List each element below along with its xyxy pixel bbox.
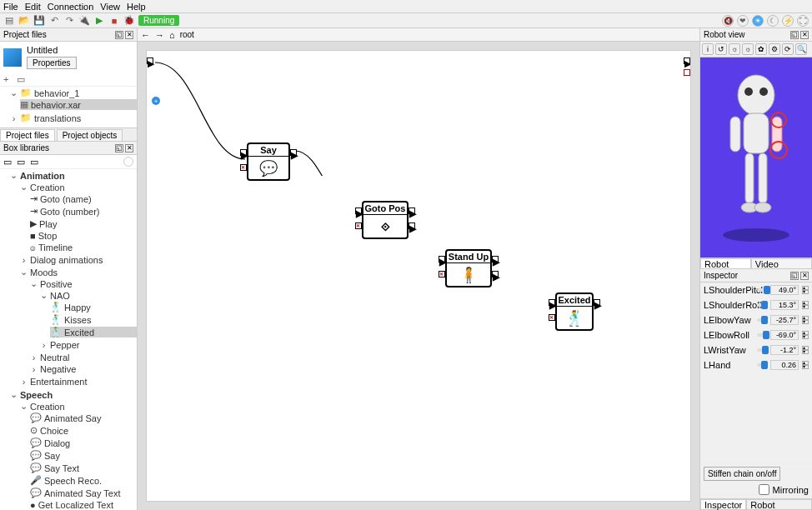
project-objects-tab[interactable]: Project objects [57, 129, 123, 141]
start-port[interactable]: ▶ [147, 58, 153, 64]
redo-icon[interactable]: ↷ [63, 15, 75, 27]
node-cancel-port[interactable] [549, 314, 555, 321]
properties-button[interactable]: Properties [27, 57, 77, 69]
panel-close-icon[interactable]: ✕ [125, 144, 133, 152]
robot-applications-tab[interactable]: Robot applications [746, 499, 812, 510]
node-stand-up[interactable]: Stand Up 🧍 ▶ ▶ ▶ [445, 249, 492, 288]
panel-pop-icon[interactable]: ◱ [115, 144, 123, 152]
menu-edit[interactable]: Edit [25, 2, 41, 12]
node-input-port[interactable]: ▶ [355, 208, 362, 214]
spin-down-icon[interactable]: ▾ [802, 335, 809, 339]
wake-icon[interactable]: ☀ [752, 15, 764, 27]
mirroring-checkbox[interactable] [759, 484, 769, 495]
stop-icon[interactable]: ■ [108, 15, 120, 27]
battery-icon[interactable]: ⚡ [782, 15, 794, 27]
undo-icon[interactable]: ↶ [48, 15, 60, 27]
connect-icon[interactable]: 🔌 [78, 15, 90, 27]
zoom-icon[interactable]: 🔍 [795, 43, 807, 55]
robot-view-tab[interactable]: Robot view [700, 258, 751, 269]
panel-pop-icon[interactable]: ◱ [790, 31, 799, 39]
node-cancel-port[interactable] [240, 164, 247, 171]
joint-slider[interactable] [757, 288, 767, 292]
node-goto-pos[interactable]: Goto Pos ⟐ ▶ ▶ ▶ [362, 201, 409, 239]
fullscreen-icon[interactable]: ⛶ [797, 15, 809, 27]
volume-icon[interactable]: 🔇 [722, 15, 734, 27]
joint-value[interactable]: 15.3° [770, 300, 799, 310]
joint-slider[interactable] [757, 333, 767, 337]
robot-3d-view[interactable] [700, 58, 812, 258]
play-icon[interactable]: ▶ [93, 15, 105, 27]
panel-pop-icon[interactable]: ◱ [790, 272, 799, 280]
inspector-tab[interactable]: Inspector [700, 499, 746, 510]
search-icon[interactable] [123, 157, 133, 167]
flow-canvas[interactable]: ▶ ▶ + Say 💬 ▶ ▶ [146, 50, 691, 502]
node-excited[interactable]: Excited 🕺 ▶ ▶ [555, 292, 594, 331]
node-output-port2[interactable]: ▶ [409, 222, 415, 229]
spin-down-icon[interactable]: ▾ [802, 350, 809, 354]
rest-icon[interactable]: ☾ [767, 15, 779, 27]
panel-close-icon[interactable]: ✕ [800, 31, 809, 39]
joint-value[interactable]: -25.7° [770, 315, 799, 325]
node-cancel-port[interactable] [439, 271, 445, 278]
life-icon[interactable]: ❤ [737, 15, 749, 27]
add-file-icon[interactable]: + [3, 74, 13, 84]
tool1-icon[interactable]: ☼ [729, 43, 740, 55]
spin-down-icon[interactable]: ▾ [802, 305, 809, 309]
new-box-icon[interactable]: ▭ [3, 157, 13, 167]
tool3-icon[interactable]: ✿ [755, 43, 767, 55]
panel-close-icon[interactable]: ✕ [800, 272, 809, 280]
import-file-icon[interactable]: ▭ [17, 74, 27, 84]
nav-fwd-icon[interactable]: → [155, 30, 164, 40]
joint-slider[interactable] [757, 303, 767, 307]
breadcrumb[interactable]: root [180, 30, 194, 39]
home-icon[interactable]: ⌂ [169, 30, 175, 40]
reset-view-icon[interactable]: ↺ [715, 43, 727, 55]
open-box-icon[interactable]: ▭ [17, 157, 27, 167]
node-say[interactable]: Say 💬 ▶ ▶ [247, 142, 290, 181]
project-file-tree[interactable]: ⌄📁behavior_1 ▦behavior.xar ›📁translation… [0, 87, 137, 128]
menu-help[interactable]: Help [127, 2, 146, 12]
tool4-icon[interactable]: ⚙ [769, 43, 780, 55]
tool2-icon[interactable]: ☼ [742, 43, 754, 55]
panel-close-icon[interactable]: ✕ [125, 31, 133, 39]
project-files-tab[interactable]: Project files [0, 129, 55, 141]
node-output-port2[interactable]: ▶ [492, 271, 499, 278]
spin-down-icon[interactable]: ▾ [802, 320, 809, 324]
stiffen-chain-button[interactable]: Stiffen chain on/off [704, 467, 780, 481]
open-icon[interactable]: 📂 [18, 15, 30, 27]
node-cancel-port[interactable] [355, 222, 362, 229]
video-monitor-tab[interactable]: Video monitor [751, 258, 812, 269]
box-library-tree[interactable]: ⌄Animation ⌄Creation ⇥Goto (name) ⇥Goto … [0, 169, 137, 510]
panel-pop-icon[interactable]: ◱ [115, 31, 123, 39]
joint-slider[interactable] [757, 318, 767, 322]
node-output-port[interactable]: ▶ [290, 149, 297, 156]
add-input-icon[interactable]: + [152, 97, 160, 105]
menu-connection[interactable]: Connection [48, 2, 94, 12]
new-icon[interactable]: ▤ [3, 15, 15, 27]
spin-down-icon[interactable]: ▾ [802, 290, 809, 294]
joint-value[interactable]: -69.0° [770, 330, 799, 340]
info-icon[interactable]: i [702, 43, 714, 55]
node-input-port[interactable]: ▶ [439, 256, 445, 262]
debug-icon[interactable]: 🐞 [123, 15, 135, 27]
nav-back-icon[interactable]: ← [141, 30, 150, 40]
node-input-port[interactable]: ▶ [240, 149, 247, 156]
joint-slider[interactable] [757, 348, 767, 352]
spin-down-icon[interactable]: ▾ [802, 365, 809, 369]
joint-value[interactable]: 0.26 [770, 360, 799, 370]
save-icon[interactable]: 💾 [33, 15, 45, 27]
end-port[interactable]: ▶ [684, 58, 690, 64]
node-input-port[interactable]: ▶ [549, 299, 555, 306]
node-output-port[interactable]: ▶ [594, 299, 600, 306]
tool5-icon[interactable]: ⟳ [782, 43, 794, 55]
menu-file[interactable]: File [3, 2, 18, 12]
node-output-port[interactable]: ▶ [409, 208, 415, 214]
joint-value[interactable]: -1.2° [770, 345, 799, 355]
svg-point-2 [759, 88, 768, 96]
joint-value[interactable]: 49.0° [770, 285, 799, 295]
joint-slider[interactable] [757, 363, 767, 367]
menu-view[interactable]: View [100, 2, 120, 12]
end-port-x[interactable] [684, 69, 690, 76]
node-output-port[interactable]: ▶ [492, 256, 499, 262]
save-box-icon[interactable]: ▭ [30, 157, 40, 167]
